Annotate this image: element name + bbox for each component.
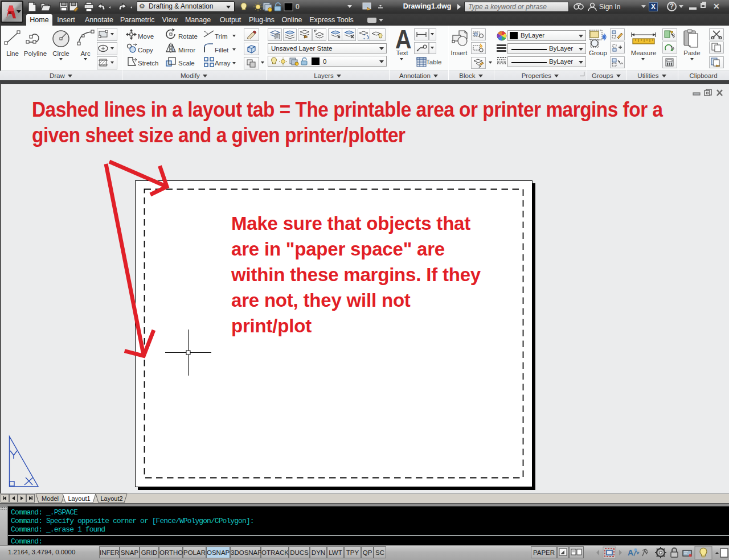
svg-text:Model: Model [42, 495, 59, 502]
svg-text:0: 0 [296, 3, 300, 11]
svg-text:A: A [628, 548, 633, 557]
svg-text:0: 0 [323, 58, 326, 65]
svg-text:Layout2: Layout2 [100, 495, 122, 502]
svg-text:Layout1: Layout1 [68, 495, 90, 502]
